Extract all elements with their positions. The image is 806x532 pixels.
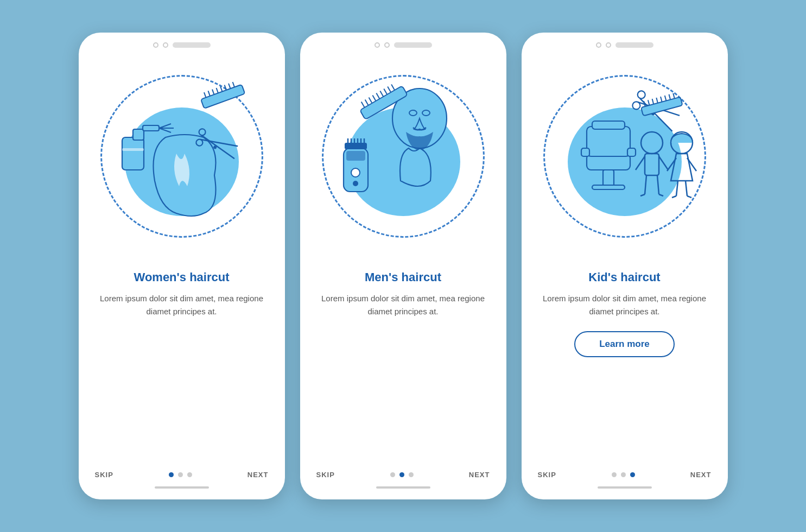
svg-rect-7: [201, 85, 245, 109]
svg-rect-49: [603, 170, 614, 186]
svg-point-33: [351, 168, 360, 177]
status-pill: [615, 42, 653, 48]
mens-content: Men's haircut Lorem ipsum dolor sit dim …: [300, 259, 506, 465]
svg-line-12: [220, 86, 222, 91]
kids-nav-bar: SKIP NEXT: [522, 465, 728, 483]
svg-line-41: [380, 91, 383, 97]
svg-line-74: [648, 100, 649, 105]
womens-home-indicator: [155, 486, 209, 489]
svg-line-3: [159, 124, 171, 128]
svg-line-73: [644, 101, 645, 106]
svg-line-76: [656, 98, 658, 103]
mens-dots: [390, 472, 414, 477]
kids-content: Kid's haircut Lorem ipsum dolor sit dim …: [522, 259, 728, 465]
svg-line-13: [224, 85, 226, 90]
svg-line-65: [672, 196, 676, 198]
kids-next-button[interactable]: NEXT: [690, 471, 712, 479]
svg-point-69: [631, 100, 642, 111]
phones-container: Women's haircut Lorem ipsum dolor sit di…: [79, 33, 728, 499]
womens-haircut-illustration: [106, 78, 258, 235]
womens-nav-bar: SKIP NEXT: [79, 465, 285, 483]
dot-2: [621, 472, 626, 477]
svg-line-64: [687, 158, 696, 171]
kids-dots: [612, 472, 635, 477]
svg-line-56: [636, 156, 645, 170]
dot-3: [630, 472, 635, 477]
svg-line-39: [372, 96, 376, 101]
kids-description: Lorem ipsum dolor sit dim amet, mea regi…: [541, 292, 708, 318]
mens-home-indicator: [376, 486, 430, 489]
svg-rect-2: [143, 125, 159, 131]
svg-point-34: [353, 181, 358, 186]
svg-line-37: [365, 100, 368, 105]
svg-point-67: [636, 90, 646, 100]
svg-line-77: [661, 97, 662, 102]
svg-line-36: [361, 102, 364, 107]
svg-point-52: [641, 132, 663, 154]
kids-home-indicator: [598, 486, 652, 489]
illustration-kids: [522, 53, 728, 259]
dot-1: [390, 472, 395, 477]
svg-line-57: [659, 156, 668, 170]
mens-next-button[interactable]: NEXT: [469, 471, 490, 479]
illustration-womens: [79, 53, 285, 259]
svg-rect-51: [592, 121, 625, 129]
phone-womens: Women's haircut Lorem ipsum dolor sit di…: [79, 33, 285, 499]
svg-line-8: [204, 92, 205, 97]
svg-line-80: [673, 93, 675, 99]
svg-line-10: [212, 90, 214, 94]
svg-line-11: [216, 88, 218, 93]
status-circle-1: [375, 42, 380, 48]
mens-skip-button[interactable]: SKIP: [316, 471, 335, 479]
mens-nav-bar: SKIP NEXT: [300, 465, 506, 483]
svg-line-54: [645, 175, 646, 194]
svg-line-55: [657, 175, 659, 194]
mens-haircut-illustration: [327, 78, 479, 235]
womens-next-button[interactable]: NEXT: [247, 471, 269, 479]
phone-top-bar: [79, 33, 285, 53]
svg-line-75: [652, 99, 653, 104]
dot-2: [399, 472, 404, 477]
mens-description: Lorem ipsum dolor sit dim amet, mea regi…: [320, 292, 487, 318]
svg-line-58: [640, 194, 645, 196]
svg-rect-26: [345, 143, 367, 149]
status-circle-1: [153, 42, 158, 48]
phone-top-bar-mens: [300, 33, 506, 53]
svg-line-42: [384, 89, 387, 94]
status-circle-2: [606, 42, 611, 48]
phone-top-bar-kids: [522, 33, 728, 53]
svg-rect-46: [587, 126, 630, 156]
kids-haircut-illustration: [549, 78, 701, 235]
womens-skip-button[interactable]: SKIP: [95, 471, 113, 479]
svg-rect-47: [581, 148, 589, 156]
dot-1: [612, 472, 617, 477]
womens-title: Women's haircut: [134, 270, 230, 284]
illustration-mens: [300, 53, 506, 259]
womens-content: Women's haircut Lorem ipsum dolor sit di…: [79, 259, 285, 465]
svg-line-62: [686, 181, 687, 196]
svg-line-59: [659, 194, 663, 196]
status-pill: [173, 42, 211, 48]
svg-line-63: [667, 158, 676, 171]
svg-rect-0: [122, 137, 144, 170]
svg-rect-53: [645, 154, 659, 175]
svg-rect-50: [592, 185, 625, 189]
svg-line-9: [208, 91, 210, 96]
dot-3: [187, 472, 192, 477]
svg-line-61: [676, 181, 678, 196]
phone-kids: Kid's haircut Lorem ipsum dolor sit dim …: [522, 33, 728, 499]
dot-2: [178, 472, 183, 477]
svg-rect-25: [346, 151, 365, 161]
svg-line-38: [369, 98, 372, 103]
svg-line-44: [391, 85, 395, 90]
dot-1: [169, 472, 174, 477]
womens-dots: [169, 472, 192, 477]
svg-line-15: [232, 82, 234, 87]
learn-more-button[interactable]: Learn more: [574, 331, 675, 357]
kids-skip-button[interactable]: SKIP: [538, 471, 556, 479]
status-circle-2: [384, 42, 390, 48]
status-pill: [394, 42, 432, 48]
womens-description: Lorem ipsum dolor sit dim amet, mea regi…: [98, 292, 265, 318]
svg-rect-6: [122, 148, 144, 151]
phone-mens: Men's haircut Lorem ipsum dolor sit dim …: [300, 33, 506, 499]
